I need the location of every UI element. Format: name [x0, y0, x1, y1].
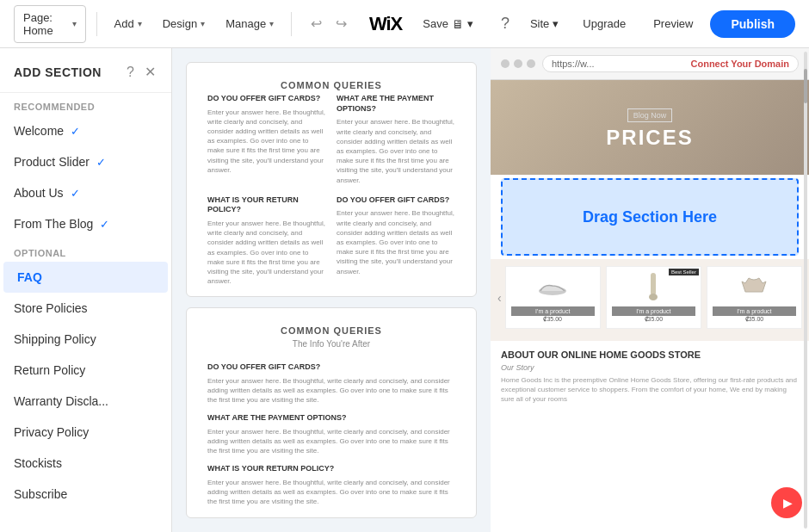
faq-template-card-1[interactable]: COMMON QUERIES DO YOU OFFER GIFT CARDS? … [186, 62, 477, 297]
close-icon-button[interactable]: ✕ [143, 62, 157, 82]
nav-divider-2 [291, 12, 292, 36]
product-img-1 [511, 272, 595, 303]
faq-q-1: DO YOU OFFER GIFT CARDS? [207, 94, 326, 104]
check-icon: ✓ [100, 218, 109, 231]
product-img-3 [713, 272, 796, 303]
store-policies-label: Store Policies [14, 301, 88, 315]
privacy-policy-label: Privacy Policy [14, 425, 89, 439]
product-name-3: I'm a product [713, 306, 796, 316]
svg-point-2 [649, 294, 658, 300]
chevron-down-icon: ▾ [72, 19, 77, 28]
play-button[interactable]: ▶ [771, 487, 802, 518]
faq-item-1-3: WHAT IS YOUR RETURN POLICY? Enter your a… [207, 195, 326, 287]
sidebar-item-about-us[interactable]: About Us ✓ [0, 177, 171, 208]
hero-content: Blog Now PRICES [606, 106, 693, 150]
faq-item-1-4: DO YOU OFFER GIFT CARDS? Enter your answ… [337, 195, 455, 287]
browser-dots [501, 59, 535, 68]
product-card-2[interactable]: Best Seller I'm a product ₡35.00 [606, 266, 701, 329]
sidebar-item-stockists[interactable]: Stockists [0, 448, 171, 479]
faq-item-1-1: DO YOU OFFER GIFT CARDS? Enter your answ… [207, 94, 326, 185]
manage-label: Manage [225, 17, 266, 30]
help-icon-button[interactable]: ? [125, 63, 136, 82]
recommended-label: RECOMMENDED [0, 93, 171, 115]
sidebar-item-product-slider[interactable]: Product Slider ✓ [0, 146, 171, 177]
return-policy-label: Return Policy [14, 363, 85, 377]
sidebar-item-welcome[interactable]: Welcome ✓ [0, 115, 171, 146]
sidebar-item-store-policies[interactable]: Store Policies [0, 293, 171, 324]
site-preview: Blog Now PRICES Drag Section Here ‹ [491, 80, 809, 532]
sidebar-item-privacy-policy[interactable]: Privacy Policy [0, 417, 171, 448]
preview-button[interactable]: Preview [643, 12, 703, 35]
add-label: Add [114, 17, 134, 30]
products-navigation: ‹ I'm a product ₡35.00 [497, 266, 802, 329]
stockists-label: Stockists [14, 456, 62, 470]
drag-label: Drag Section Here [583, 208, 717, 226]
sidebar-item-return-policy[interactable]: Return Policy [0, 355, 171, 386]
template-selector: COMMON QUERIES DO YOU OFFER GIFT CARDS? … [172, 48, 491, 532]
sidebar-item-from-the-blog[interactable]: From The Blog ✓ [0, 208, 171, 239]
faq-item-2-3: WHAT IS YOUR RETURN POLICY? Enter your a… [207, 464, 455, 506]
product-price-2: ₡35.00 [612, 316, 695, 323]
preview-about-section: ABOUT OUR ONLINE HOME GOODS STORE Our St… [491, 341, 809, 413]
faq-a-2-2: Enter your answer here. Be thoughtful, w… [207, 427, 455, 456]
faq-a-1: Enter your answer here. Be thoughtful, w… [207, 108, 326, 175]
page-selector[interactable]: Page: Home ▾ [14, 5, 86, 43]
chevron-down-icon: ▾ [269, 19, 274, 28]
chevron-down-icon: ▾ [138, 19, 142, 28]
design-button[interactable]: Design ▾ [156, 12, 212, 35]
undo-redo-group: ↩ ↪ [306, 12, 352, 35]
faq-item-2-2: WHAT ARE THE PAYMENT OPTIONS? Enter your… [207, 413, 455, 455]
product-card-3[interactable]: I'm a product ₡35.00 [707, 266, 802, 329]
sidebar-item-subscribe[interactable]: Subscribe [0, 479, 171, 510]
sidebar-item-shipping-policy[interactable]: Shipping Policy [0, 324, 171, 355]
check-icon: ✓ [96, 156, 106, 169]
upgrade-button[interactable]: Upgrade [572, 12, 636, 35]
connect-domain-link[interactable]: Connect Your Domain [691, 59, 790, 69]
faq-grid-1: DO YOU OFFER GIFT CARDS? Enter your answ… [207, 94, 455, 286]
faq-label: FAQ [17, 270, 42, 284]
products-prev-arrow[interactable]: ‹ [497, 291, 502, 305]
product-card-1[interactable]: I'm a product ₡35.00 [505, 266, 601, 329]
product-name-1: I'm a product [511, 306, 595, 316]
chevron-down-icon: ▾ [553, 17, 559, 30]
save-button[interactable]: Save 🖥 ▾ [416, 12, 480, 36]
browser-chrome: https://w... Connect Your Domain [491, 48, 809, 80]
sidebar-item-warranty[interactable]: Warranty Discla... [0, 386, 171, 417]
drag-section-placeholder[interactable]: Drag Section Here [501, 178, 799, 256]
subscribe-label: Subscribe [14, 487, 67, 501]
redo-button[interactable]: ↪ [330, 12, 352, 35]
from-the-blog-label: From The Blog [14, 217, 93, 231]
check-icon: ✓ [71, 187, 80, 200]
chevron-down-icon: ▾ [201, 19, 205, 28]
scrollbar-thumb [804, 69, 807, 103]
faq-a-2: Enter your answer here. Be thoughtful, w… [337, 117, 455, 184]
product-name-2: I'm a product [612, 306, 695, 316]
publish-button[interactable]: Publish [710, 10, 795, 38]
faq-item-1-2: WHAT ARE THE PAYMENT OPTIONS? Enter your… [337, 94, 455, 185]
faq-q-2-1: DO YOU OFFER GIFT CARDS? [207, 362, 455, 373]
faq-q-2-2: WHAT ARE THE PAYMENT OPTIONS? [207, 413, 455, 424]
undo-button[interactable]: ↩ [306, 12, 327, 35]
about-us-label: About Us [14, 186, 64, 200]
chevron-down-icon: ▾ [467, 17, 473, 30]
manage-button[interactable]: Manage ▾ [219, 12, 281, 35]
panel-header-icons: ? ✕ [125, 62, 157, 82]
faq-q-2-3: WHAT IS YOUR RETURN POLICY? [207, 464, 455, 474]
about-title: ABOUT OUR ONLINE HOME GOODS STORE [501, 350, 799, 360]
hero-title: PRICES [606, 126, 693, 150]
product-img-2 [612, 272, 695, 303]
help-button[interactable]: ? [494, 9, 516, 38]
about-subtitle: Our Story [501, 363, 799, 372]
site-button[interactable]: Site ▾ [523, 12, 565, 35]
hero-tag: Blog Now [627, 108, 673, 122]
template-1-title: COMMON QUERIES [207, 80, 455, 90]
preview-scrollbar[interactable] [802, 48, 809, 532]
faq-template-card-2[interactable]: COMMON QUERIES The Info You're After DO … [186, 307, 477, 518]
product-slider-label: Product Slider [14, 155, 90, 169]
add-section-panel: ADD SECTION ? ✕ RECOMMENDED Welcome ✓ Pr… [0, 48, 172, 532]
browser-url-bar[interactable]: https://w... Connect Your Domain [542, 55, 799, 72]
template-2-title: COMMON QUERIES [207, 325, 455, 336]
add-button[interactable]: Add ▾ [108, 12, 149, 35]
faq-a-2-1: Enter your answer here. Be thoughtful, w… [207, 376, 455, 405]
sidebar-item-faq[interactable]: FAQ [3, 262, 168, 293]
